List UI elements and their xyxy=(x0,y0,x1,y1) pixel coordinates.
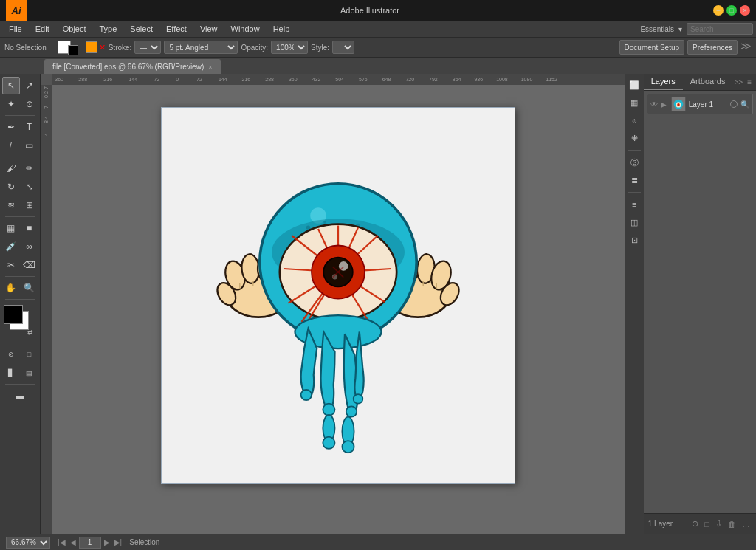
eraser-tool[interactable]: ⌫ xyxy=(21,256,38,274)
title-bar: Ai Adobe Illustrator – □ × xyxy=(0,0,756,21)
layer-item[interactable]: 👁 ▶ Layer 1 🔍 xyxy=(647,94,753,114)
document-setup-button[interactable]: Document Setup xyxy=(619,40,685,55)
extra-options-icon[interactable]: ≫ xyxy=(740,40,752,55)
stroke-style-select[interactable]: 5 pt. Angled xyxy=(164,41,238,54)
rect-tool[interactable]: ▭ xyxy=(21,137,38,154)
menu-file[interactable]: File xyxy=(3,23,28,35)
main-layout: ↖ ↗ ✦ ⊙ ✒ T / ▭ 🖌 ✏ ↻ ⤡ ≋ ⊞ ▦ xyxy=(0,74,756,534)
layers-footer: 1 Layer ⊙ □ ⇩ 🗑 … xyxy=(644,513,756,534)
prev-page-btn[interactable]: ◀ xyxy=(69,538,78,546)
transparency-panel-btn[interactable]: ⊡ xyxy=(626,232,642,248)
lasso-tool[interactable]: ⊙ xyxy=(21,95,38,113)
layer-visibility-icon[interactable]: 👁 xyxy=(650,100,658,109)
magic-wand-tool[interactable]: ✦ xyxy=(2,95,20,113)
ruler-mark: 792 xyxy=(429,77,438,82)
artboards-tab[interactable]: Artboards xyxy=(683,74,733,90)
tab-close-button[interactable]: × xyxy=(208,63,212,71)
direct-selection-tool[interactable]: ↗ xyxy=(21,77,38,94)
workspace-dropdown-icon[interactable]: ▾ xyxy=(678,25,682,33)
v-ruler-mark: 2 xyxy=(44,91,49,94)
stroke-none-btn[interactable]: □ xyxy=(21,346,38,363)
swatches-panel-btn[interactable]: ▦ xyxy=(626,94,642,111)
ruler-top: -360 -288 -216 -144 -72 0 72 144 216 288… xyxy=(41,74,625,85)
zoom-tool[interactable]: 🔍 xyxy=(21,279,38,297)
swap-colors-icon[interactable]: ⇄ xyxy=(27,329,36,337)
stroke-swatch[interactable] xyxy=(68,45,78,55)
menu-help[interactable]: Help xyxy=(267,23,296,35)
stroke-panel-btn[interactable]: ≡ xyxy=(626,196,642,213)
gradient-tool[interactable]: ■ xyxy=(21,219,38,237)
ruler-mark: 648 xyxy=(382,77,391,82)
menu-select[interactable]: Select xyxy=(124,23,159,35)
scale-tool[interactable]: ⤡ xyxy=(21,178,38,196)
minimize-button[interactable]: – xyxy=(713,5,724,16)
pencil-tool[interactable]: ✏ xyxy=(21,159,38,177)
eyedropper-tool[interactable]: 💉 xyxy=(2,238,20,255)
rotate-tool[interactable]: ↻ xyxy=(2,178,20,196)
pen-tool[interactable]: ✒ xyxy=(2,118,20,136)
color-swatch-small[interactable] xyxy=(86,41,97,53)
foreground-color-swatch[interactable] xyxy=(4,305,23,324)
free-transform-tool[interactable]: ⊞ xyxy=(21,196,38,214)
stroke-options[interactable]: — xyxy=(134,41,161,54)
document-tab[interactable]: file [Converted].eps @ 66.67% (RGB/Previ… xyxy=(44,59,221,74)
gradient-mode-btn[interactable]: ▤ xyxy=(21,364,38,382)
change-screen-mode-btn[interactable]: ▬ xyxy=(11,387,29,405)
warp-tool[interactable]: ≋ xyxy=(2,196,20,214)
menu-effect[interactable]: Effect xyxy=(160,23,193,35)
opacity-label: Opacity: xyxy=(241,44,268,52)
graph-tool[interactable]: ▦ xyxy=(2,219,20,237)
zoom-select[interactable]: 66.67% 100% 50% xyxy=(6,537,50,549)
ruler-mark: -144 xyxy=(127,77,137,82)
gradient-panel-btn[interactable]: ◫ xyxy=(626,214,642,230)
symbols-panel-btn[interactable]: ❋ xyxy=(626,130,642,146)
stroke-x-icon: ✕ xyxy=(99,43,106,52)
style-select[interactable] xyxy=(332,41,354,54)
first-page-btn[interactable]: |◀ xyxy=(56,538,67,546)
menu-type[interactable]: Type xyxy=(94,23,123,35)
menu-window[interactable]: Window xyxy=(225,23,266,35)
type-tool[interactable]: T xyxy=(21,118,38,136)
maximize-button[interactable]: □ xyxy=(726,5,737,16)
layers-tab[interactable]: Layers xyxy=(644,74,683,90)
layer-target[interactable] xyxy=(730,100,738,108)
layers-expand-icon[interactable]: >> xyxy=(732,77,744,88)
selection-tool[interactable]: ↖ xyxy=(2,77,20,94)
close-button[interactable]: × xyxy=(740,5,750,16)
layers-list: 👁 ▶ Layer 1 🔍 xyxy=(644,91,756,305)
preferences-button[interactable]: Preferences xyxy=(687,40,738,55)
color-mode-btn[interactable]: ▊ xyxy=(2,364,20,382)
next-page-btn[interactable]: ▶ xyxy=(103,538,111,546)
search-input[interactable] xyxy=(687,23,753,35)
menu-object[interactable]: Object xyxy=(57,23,92,35)
line-tool[interactable]: / xyxy=(2,137,20,154)
layers-footer-menu[interactable]: … xyxy=(740,518,752,530)
fill-none-btn[interactable]: ⊘ xyxy=(2,346,20,363)
color-panel-btn[interactable]: ⬜ xyxy=(626,77,642,93)
workspace-label: Essentials xyxy=(640,25,674,33)
canvas-area[interactable] xyxy=(52,85,625,534)
opacity-select[interactable]: 100% xyxy=(271,41,308,54)
last-page-btn[interactable]: ▶| xyxy=(113,538,124,546)
page-input[interactable] xyxy=(79,537,101,549)
paintbrush-tool[interactable]: 🖌 xyxy=(2,159,20,177)
ruler-mark: 1008 xyxy=(496,77,508,82)
appearance-btn[interactable]: ≣ xyxy=(626,172,642,188)
hand-tool[interactable]: ✋ xyxy=(2,279,20,297)
layer-arrow-icon[interactable]: ▶ xyxy=(661,100,667,109)
brushes-panel-btn[interactable]: ⟐ xyxy=(626,112,642,128)
graphic-styles-btn[interactable]: Ⓖ xyxy=(626,154,642,171)
layer-thumbnail xyxy=(671,97,686,111)
layers-panel: Layers Artboards >> ≡ 👁 ▶ xyxy=(644,74,756,534)
delete-layer-btn[interactable]: 🗑 xyxy=(726,518,738,530)
blend-tool[interactable]: ∞ xyxy=(21,238,38,255)
make-clipping-btn[interactable]: ⊙ xyxy=(690,518,700,530)
menu-view[interactable]: View xyxy=(194,23,224,35)
layers-menu-icon[interactable]: ≡ xyxy=(746,77,753,88)
menu-edit[interactable]: Edit xyxy=(30,23,55,35)
move-to-layer-btn[interactable]: ⇩ xyxy=(714,518,724,530)
layer-search-icon[interactable]: 🔍 xyxy=(740,100,749,109)
scissors-tool[interactable]: ✂ xyxy=(2,256,20,274)
stroke-label: Stroke: xyxy=(109,44,132,52)
add-layer-btn[interactable]: □ xyxy=(703,518,711,530)
